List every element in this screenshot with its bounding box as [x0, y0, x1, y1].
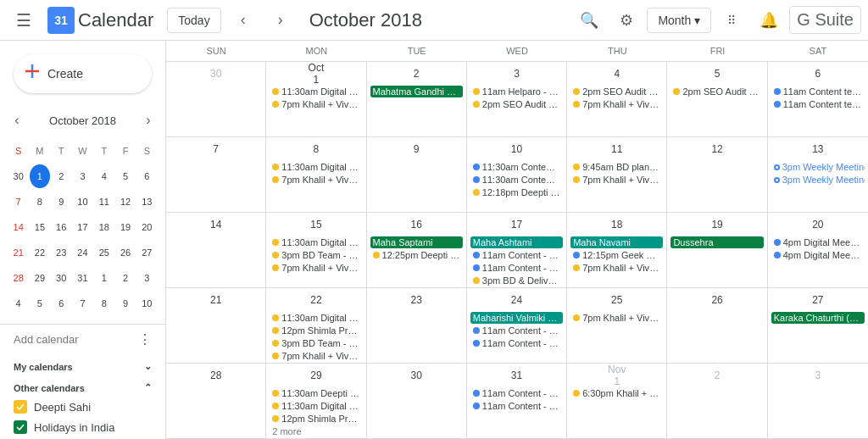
menu-button[interactable]: ☰	[7, 3, 41, 37]
calendar-event[interactable]: 12:15pm Geek Pro P...	[570, 249, 663, 261]
calendar-event[interactable]: 7pm Khalil + Vivek + D...	[570, 98, 663, 110]
mini-cal-day[interactable]: 16	[52, 215, 71, 239]
day-number[interactable]: 14	[206, 214, 226, 235]
day-number[interactable]: 16	[406, 214, 426, 235]
day-number[interactable]: 7	[206, 139, 226, 159]
day-number[interactable]: 4	[607, 64, 627, 84]
mini-cal-day[interactable]: 30	[8, 164, 28, 188]
calendar-event[interactable]: 11am Content - Week...	[470, 337, 563, 349]
mini-cal-day[interactable]: 18	[94, 215, 114, 239]
calendar-day[interactable]: 2Mahatma Gandhi Jayant	[367, 62, 467, 136]
calendar-event[interactable]: 11:30am Digital week...	[270, 400, 362, 412]
prev-button[interactable]: ‹	[228, 5, 259, 36]
day-number[interactable]: 2	[406, 64, 426, 84]
day-number[interactable]: 12	[707, 139, 727, 159]
mini-cal-day[interactable]: 21	[8, 241, 28, 264]
next-button[interactable]: ›	[265, 5, 296, 36]
day-number[interactable]: 8	[306, 139, 326, 159]
calendar-day[interactable]: 311am Helparo - Disc...2pm SEO Audit Dis…	[467, 62, 567, 136]
calendar-day[interactable]: 42pm SEO Audit Disc...7pm Khalil + Vivek…	[567, 62, 667, 136]
mini-cal-day[interactable]: 22	[30, 241, 49, 264]
calendar-event[interactable]: Maha Navami	[570, 236, 663, 248]
day-number[interactable]: Oct 1	[306, 64, 326, 84]
search-button[interactable]: 🔍	[572, 3, 606, 37]
calendar-event[interactable]: Mahatma Gandhi Jayant	[370, 86, 463, 97]
day-number[interactable]: 11	[607, 139, 627, 159]
calendar-day[interactable]: 133pm Weekly Meeting3pm Weekly Meeting	[768, 137, 868, 212]
calendar-day[interactable]: 257pm Khalil + Vivek + D...	[567, 288, 667, 363]
calendar-day[interactable]: 119:45am BD plan disc...7pm Khalil + Viv…	[567, 137, 667, 212]
mini-cal-day[interactable]: 17	[73, 215, 92, 239]
mini-cal-day[interactable]: 1	[94, 266, 114, 290]
calendar-event[interactable]: 3pm Weekly Meeting	[771, 174, 865, 186]
mini-cal-day[interactable]: 5	[115, 164, 135, 188]
calendar-day[interactable]: 17Maha Ashtami11am Content - Week...11am…	[467, 213, 567, 287]
calendar-day[interactable]: 3111am Content - Week...11am Content - W…	[467, 364, 567, 438]
day-number[interactable]: 23	[406, 290, 426, 310]
calendar-day[interactable]: 14	[166, 213, 266, 287]
calendar-event[interactable]: 11am Content - Week...	[470, 262, 563, 274]
mini-cal-day[interactable]: 6	[137, 164, 157, 188]
mini-cal-day[interactable]: 2	[115, 266, 135, 290]
day-number[interactable]: 15	[306, 214, 326, 235]
calendar-day[interactable]: 811:30am Digital week...7pm Khalil + Viv…	[266, 137, 366, 212]
day-number[interactable]: 2	[707, 365, 727, 386]
day-number[interactable]: 30	[206, 64, 226, 84]
calendar-event[interactable]: 11am Helparo - Disc...	[470, 86, 563, 97]
mini-cal-day[interactable]: 30	[52, 266, 71, 290]
more-options-icon[interactable]: ⋮	[138, 331, 152, 347]
mini-cal-day[interactable]: 13	[137, 190, 157, 214]
settings-button[interactable]: ⚙	[609, 3, 643, 37]
calendar-day[interactable]: 9	[367, 137, 467, 212]
today-button[interactable]: Today	[167, 8, 220, 33]
calendar-day[interactable]: 2	[667, 364, 767, 438]
day-number[interactable]: 9	[406, 139, 426, 159]
calendar-event[interactable]: 12:18pm Deepti Sahi'...	[470, 186, 563, 198]
calendar-event[interactable]: Maha Saptami	[370, 236, 463, 248]
calendar-day[interactable]: Oct 111:30am Digital week...7pm Khalil +…	[266, 62, 366, 136]
calendar-day[interactable]: 19Dussehra	[667, 213, 767, 287]
day-number[interactable]: 31	[506, 365, 526, 386]
calendar-day[interactable]: 30	[166, 62, 266, 136]
mini-cal-day[interactable]: 4	[8, 292, 28, 315]
mini-cal-day[interactable]: 1	[30, 164, 49, 188]
mini-cal-day[interactable]: 6	[52, 292, 71, 315]
calendar-event[interactable]: 11:30am Digital week...	[270, 161, 362, 173]
calendar-event[interactable]: 2 more	[270, 425, 362, 437]
mini-cal-day[interactable]: 31	[73, 266, 92, 290]
day-number[interactable]: 10	[506, 139, 526, 159]
mini-cal-day[interactable]: 10	[73, 190, 92, 214]
calendar-event[interactable]: Maha Ashtami	[470, 236, 563, 248]
mini-cal-day[interactable]: 9	[52, 190, 71, 214]
calendar-event[interactable]: 11am Content - Week...	[470, 400, 563, 412]
calendar-day[interactable]: 52pm SEO Audit Disc...	[667, 62, 767, 136]
mini-cal-day[interactable]: 7	[8, 190, 28, 214]
day-number[interactable]: 29	[306, 365, 326, 386]
calendar-event[interactable]: 7pm Khalil + Vivek + D...	[270, 174, 362, 186]
create-button[interactable]: Create	[14, 54, 152, 93]
mini-cal-day[interactable]: 8	[94, 292, 114, 315]
calendar-day[interactable]: 30	[367, 364, 467, 438]
calendar-day[interactable]: 611am Content team r...11am Content team…	[768, 62, 868, 136]
calendar-event[interactable]: 7pm Khalil + Vivek + D...	[570, 312, 663, 324]
calendar-event[interactable]: 12pm Shimla Projects	[270, 413, 362, 425]
view-dropdown[interactable]: Month ▾	[647, 8, 711, 33]
day-number[interactable]: 19	[707, 214, 727, 235]
mini-cal-day[interactable]: 3	[73, 164, 92, 188]
calendar-event[interactable]: 7pm Khalil + Vivek + D...	[270, 98, 362, 110]
calendar-event[interactable]: 7pm Khalil + Vivek + D...	[270, 262, 362, 274]
calendar-event[interactable]: 11:30am Content tea...	[470, 161, 563, 173]
day-number[interactable]: 17	[506, 214, 526, 235]
calendar-event[interactable]: 11am Content - Week...	[470, 249, 563, 261]
calendar-event[interactable]: 11:30am Content tea...	[470, 174, 563, 186]
calendar-event[interactable]: 3pm BD Team - Week...	[270, 337, 362, 349]
calendar-event[interactable]: 4pm Digital Meeting	[771, 236, 865, 248]
calendar-day[interactable]: 28	[166, 364, 266, 438]
calendar-event[interactable]: Dussehra	[670, 236, 763, 248]
mini-cal-day[interactable]: 12	[115, 190, 135, 214]
other-calendars-section[interactable]: Other calendars ⌃	[0, 375, 165, 397]
day-number[interactable]: 3	[506, 64, 526, 84]
mini-cal-day[interactable]: 19	[115, 215, 135, 239]
day-number[interactable]: 22	[306, 290, 326, 310]
mini-cal-prev[interactable]: ‹	[7, 110, 27, 131]
